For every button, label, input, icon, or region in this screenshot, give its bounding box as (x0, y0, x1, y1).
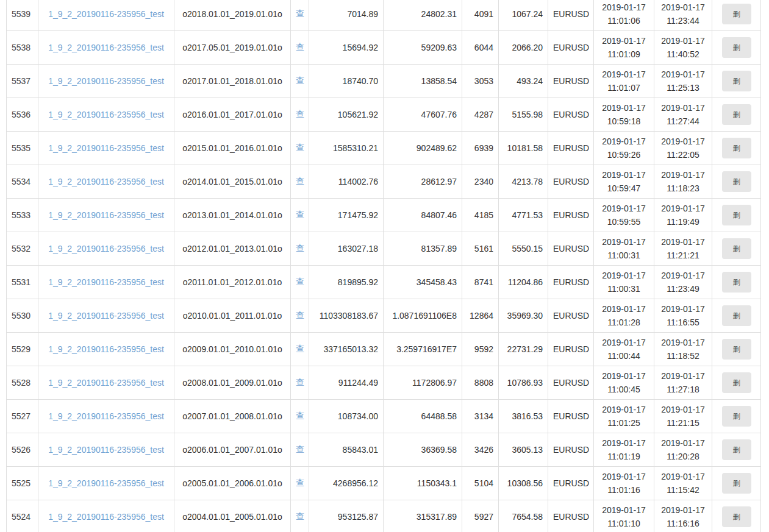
value-2-cell: 28612.97 (384, 165, 462, 199)
view-link[interactable]: 查 (296, 76, 304, 85)
delete-button[interactable]: 删 (722, 71, 751, 91)
timestamp-date: 2019-01-17 (659, 369, 707, 383)
view-link[interactable]: 查 (296, 377, 304, 387)
result-name-link[interactable]: 1_9_2_20190116-235956_test (48, 445, 164, 455)
timestamp-time: 11:00:44 (599, 349, 649, 363)
result-name-link[interactable]: 1_9_2_20190116-235956_test (48, 76, 164, 86)
timestamp-date: 2019-01-17 (659, 1, 707, 14)
date-range-cell: o2013.01.01_2014.01.01o (174, 199, 291, 232)
table-row: 55241_9_2_20190116-235956_testo2004.01.0… (7, 500, 761, 532)
view-link[interactable]: 查 (296, 176, 304, 186)
symbol-cell: EURUSD (548, 433, 594, 467)
view-link[interactable]: 查 (296, 210, 304, 219)
value-1-cell: 911244.49 (309, 366, 384, 400)
delete-button[interactable]: 删 (722, 171, 751, 192)
view-link[interactable]: 查 (296, 411, 304, 420)
delete-button[interactable]: 删 (722, 372, 751, 393)
timestamp-time: 11:15:42 (659, 483, 707, 497)
updated-time-cell: 2019-01-1711:21:15 (654, 400, 712, 433)
result-name-link[interactable]: 1_9_2_20190116-235956_test (48, 344, 164, 354)
timestamp-date: 2019-01-17 (599, 1, 649, 14)
timestamp-date: 2019-01-17 (659, 269, 707, 282)
result-name-link[interactable]: 1_9_2_20190116-235956_test (48, 244, 164, 254)
result-name-link[interactable]: 1_9_2_20190116-235956_test (48, 9, 164, 19)
view-link[interactable]: 查 (296, 310, 304, 320)
symbol-cell: EURUSD (548, 65, 594, 98)
updated-time-cell: 2019-01-1711:27:44 (654, 98, 712, 132)
value-4-cell: 5550.15 (499, 232, 548, 266)
delete-button[interactable]: 删 (722, 272, 751, 293)
timestamp-date: 2019-01-17 (599, 403, 649, 416)
updated-time-cell: 2019-01-1711:18:23 (654, 165, 712, 199)
timestamp-date: 2019-01-17 (599, 68, 649, 81)
value-4-cell: 7654.58 (499, 500, 548, 532)
delete-button[interactable]: 删 (722, 506, 751, 527)
view-link[interactable]: 查 (296, 344, 304, 353)
value-2-cell: 315317.89 (384, 500, 462, 532)
row-id-cell: 5538 (7, 31, 38, 65)
delete-cell: 删 (712, 199, 761, 232)
delete-button[interactable]: 删 (722, 339, 751, 360)
result-name-link[interactable]: 1_9_2_20190116-235956_test (48, 378, 164, 388)
timestamp-time: 11:01:07 (599, 81, 649, 94)
timestamp-date: 2019-01-17 (659, 101, 707, 115)
view-link[interactable]: 查 (296, 277, 304, 286)
result-name-link[interactable]: 1_9_2_20190116-235956_test (48, 177, 164, 186)
result-name-link[interactable]: 1_9_2_20190116-235956_test (48, 277, 164, 287)
delete-cell: 删 (712, 433, 761, 467)
result-name-link[interactable]: 1_9_2_20190116-235956_test (48, 110, 164, 119)
delete-button[interactable]: 删 (722, 138, 751, 158)
view-cell: 查 (291, 266, 309, 299)
delete-button[interactable]: 删 (722, 205, 751, 225)
result-name-link[interactable]: 1_9_2_20190116-235956_test (48, 512, 164, 522)
results-table-body: 55391_9_2_20190116-235956_testo2018.01.0… (7, 0, 761, 532)
timestamp-date: 2019-01-17 (659, 403, 707, 416)
view-link[interactable]: 查 (296, 9, 304, 18)
timestamp-date: 2019-01-17 (599, 269, 649, 282)
view-link[interactable]: 查 (296, 109, 304, 119)
result-name-link[interactable]: 1_9_2_20190116-235956_test (48, 43, 164, 52)
name-cell: 1_9_2_20190116-235956_test (38, 299, 174, 333)
view-link[interactable]: 查 (296, 143, 304, 152)
timestamp-time: 11:16:55 (659, 316, 707, 329)
symbol-cell: EURUSD (548, 333, 594, 366)
value-3-cell: 3134 (462, 400, 499, 433)
delete-button[interactable]: 删 (722, 439, 751, 460)
view-link[interactable]: 查 (296, 511, 304, 521)
row-id-cell: 5525 (7, 467, 38, 500)
delete-button[interactable]: 删 (722, 104, 751, 125)
delete-button[interactable]: 删 (722, 406, 751, 427)
delete-button[interactable]: 删 (722, 37, 751, 58)
view-link[interactable]: 查 (296, 42, 304, 52)
delete-button[interactable]: 删 (722, 4, 751, 24)
delete-button[interactable]: 删 (722, 305, 751, 326)
created-time-cell: 2019-01-1710:59:18 (594, 98, 654, 132)
value-3-cell: 9592 (462, 333, 499, 366)
timestamp-date: 2019-01-17 (659, 436, 707, 450)
symbol-cell: EURUSD (548, 400, 594, 433)
updated-time-cell: 2019-01-1711:16:16 (654, 500, 712, 532)
delete-cell: 删 (712, 400, 761, 433)
delete-cell: 删 (712, 366, 761, 400)
created-time-cell: 2019-01-1711:01:09 (594, 31, 654, 65)
table-row: 55361_9_2_20190116-235956_testo2016.01.0… (7, 98, 761, 132)
updated-time-cell: 2019-01-1711:23:44 (654, 0, 712, 31)
result-name-link[interactable]: 1_9_2_20190116-235956_test (48, 143, 164, 153)
result-name-link[interactable]: 1_9_2_20190116-235956_test (48, 411, 164, 421)
view-cell: 查 (291, 500, 309, 532)
date-range-cell: o2005.01.01_2006.01.01o (174, 467, 291, 500)
value-2-cell: 3.259716917E7 (384, 333, 462, 366)
result-name-link[interactable]: 1_9_2_20190116-235956_test (48, 210, 164, 220)
symbol-cell: EURUSD (548, 0, 594, 31)
view-link[interactable]: 查 (296, 478, 304, 488)
timestamp-date: 2019-01-17 (599, 235, 649, 249)
view-link[interactable]: 查 (296, 444, 304, 454)
view-link[interactable]: 查 (296, 243, 304, 253)
result-name-link[interactable]: 1_9_2_20190116-235956_test (48, 478, 164, 488)
delete-cell: 删 (712, 232, 761, 266)
result-name-link[interactable]: 1_9_2_20190116-235956_test (48, 311, 164, 321)
timestamp-date: 2019-01-17 (659, 336, 707, 349)
timestamp-date: 2019-01-17 (599, 436, 649, 450)
delete-button[interactable]: 删 (722, 238, 751, 259)
delete-button[interactable]: 删 (722, 473, 751, 494)
